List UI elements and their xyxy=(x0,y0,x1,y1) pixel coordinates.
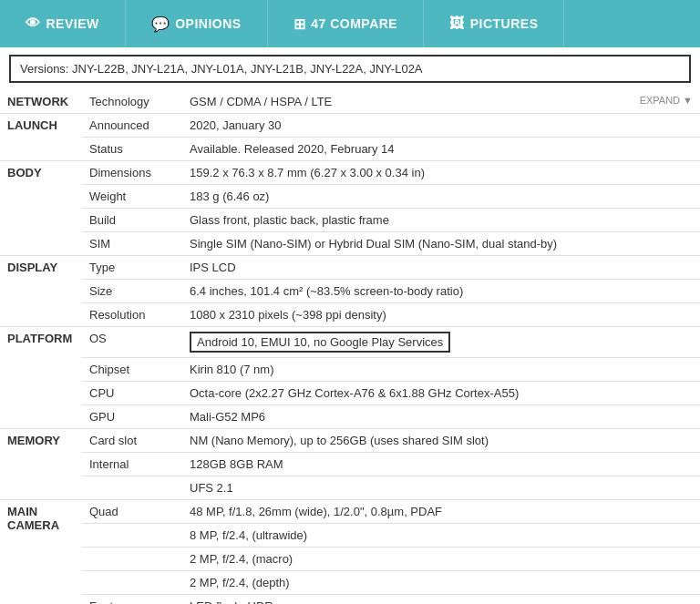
table-row: NETWORK Technology GSM / CDMA / HSPA / L… xyxy=(0,90,700,114)
table-row: SIM Single SIM (Nano-SIM) or Hybrid Dual… xyxy=(0,232,700,256)
nav-compare[interactable]: ⊞ 47 COMPARE xyxy=(268,0,424,47)
label-status: Status xyxy=(82,138,182,161)
category-launch: LAUNCH xyxy=(0,114,82,161)
label-quad: Quad xyxy=(82,500,182,524)
value-features: LED flash, HDR, panorama xyxy=(182,595,700,605)
nav-opinions[interactable]: 💬 OPINIONS xyxy=(126,0,268,47)
value-weight: 183 g (6.46 oz) xyxy=(182,185,700,209)
value-announced: 2020, January 30 xyxy=(182,114,700,138)
label-sim: SIM xyxy=(82,232,182,256)
value-dimensions: 159.2 x 76.3 x 8.7 mm (6.27 x 3.00 x 0.3… xyxy=(182,161,700,185)
table-row: MAIN CAMERA Quad 48 MP, f/1.8, 26mm (wid… xyxy=(0,500,700,524)
table-row: CPU Octa-core (2x2.27 GHz Cortex-A76 & 6… xyxy=(0,382,700,405)
label-cardslot: Card slot xyxy=(82,429,182,453)
label-size: Size xyxy=(82,280,182,303)
opinions-icon: 💬 xyxy=(151,15,170,33)
category-network: NETWORK xyxy=(0,90,82,114)
label-cpu: CPU xyxy=(82,382,182,405)
category-main-camera: MAIN CAMERA xyxy=(0,500,82,605)
value-resolution: 1080 x 2310 pixels (~398 ppi density) xyxy=(182,303,700,327)
label-ufs xyxy=(82,476,182,500)
table-row: 2 MP, f/2.4, (macro) xyxy=(0,548,700,571)
specs-table: NETWORK Technology GSM / CDMA / HSPA / L… xyxy=(0,90,700,604)
label-os: OS xyxy=(82,327,182,358)
value-cardslot: NM (Nano Memory), up to 256GB (uses shar… xyxy=(182,429,700,453)
value-quad-4: 2 MP, f/2.4, (depth) xyxy=(182,571,700,595)
expand-button[interactable]: EXPAND ▼ xyxy=(640,95,693,106)
versions-bar: Versions: JNY-L22B, JNY-L21A, JNY-L01A, … xyxy=(9,55,691,83)
table-row: UFS 2.1 xyxy=(0,476,700,500)
label-resolution: Resolution xyxy=(82,303,182,327)
compare-icon: ⊞ xyxy=(293,15,306,33)
table-row: Build Glass front, plastic back, plastic… xyxy=(0,209,700,232)
label-internal: Internal xyxy=(82,453,182,476)
table-row: PLATFORM OS Android 10, EMUI 10, no Goog… xyxy=(0,327,700,358)
category-memory: MEMORY xyxy=(0,429,82,500)
label-gpu: GPU xyxy=(82,405,182,429)
category-platform: PLATFORM xyxy=(0,327,82,429)
review-icon: 👁 xyxy=(26,15,41,32)
value-quad-1: 48 MP, f/1.8, 26mm (wide), 1/2.0", 0.8µm… xyxy=(182,500,700,524)
value-ufs: UFS 2.1 xyxy=(182,476,700,500)
table-row: Weight 183 g (6.46 oz) xyxy=(0,185,700,209)
table-row: DISPLAY Type IPS LCD xyxy=(0,256,700,280)
nav-review[interactable]: 👁 REVIEW xyxy=(0,0,126,47)
table-row: LAUNCH Announced 2020, January 30 xyxy=(0,114,700,138)
value-build: Glass front, plastic back, plastic frame xyxy=(182,209,700,232)
label-quad-2 xyxy=(82,524,182,548)
table-row: GPU Mali-G52 MP6 xyxy=(0,405,700,429)
table-row: Internal 128GB 8GB RAM xyxy=(0,453,700,476)
nav-opinions-label: OPINIONS xyxy=(175,16,241,31)
label-dimensions: Dimensions xyxy=(82,161,182,185)
value-size: 6.4 inches, 101.4 cm² (~83.5% screen-to-… xyxy=(182,280,700,303)
label-announced: Announced xyxy=(82,114,182,138)
pictures-icon: 🖼 xyxy=(449,15,465,32)
table-row: BODY Dimensions 159.2 x 76.3 x 8.7 mm (6… xyxy=(0,161,700,185)
category-display: DISPLAY xyxy=(0,256,82,327)
nav-pictures[interactable]: 🖼 PICTURES xyxy=(424,0,564,47)
label-weight: Weight xyxy=(82,185,182,209)
label-chipset: Chipset xyxy=(82,358,182,382)
label-technology: Technology xyxy=(82,90,182,114)
table-row: Resolution 1080 x 2310 pixels (~398 ppi … xyxy=(0,303,700,327)
value-internal: 128GB 8GB RAM xyxy=(182,453,700,476)
label-build: Build xyxy=(82,209,182,232)
label-quad-4 xyxy=(82,571,182,595)
value-technology: GSM / CDMA / HSPA / LTE EXPAND ▼ xyxy=(182,90,700,114)
table-row: Size 6.4 inches, 101.4 cm² (~83.5% scree… xyxy=(0,280,700,303)
value-os: Android 10, EMUI 10, no Google Play Serv… xyxy=(182,327,700,358)
table-row: 8 MP, f/2.4, (ultrawide) xyxy=(0,524,700,548)
value-quad-2: 8 MP, f/2.4, (ultrawide) xyxy=(182,524,700,548)
label-features: Features xyxy=(82,595,182,605)
value-cpu: Octa-core (2x2.27 GHz Cortex-A76 & 6x1.8… xyxy=(182,382,700,405)
value-sim: Single SIM (Nano-SIM) or Hybrid Dual SIM… xyxy=(182,232,700,256)
table-row: Chipset Kirin 810 (7 nm) xyxy=(0,358,700,382)
value-gpu: Mali-G52 MP6 xyxy=(182,405,700,429)
nav-compare-label: 47 COMPARE xyxy=(311,16,397,31)
table-row: MEMORY Card slot NM (Nano Memory), up to… xyxy=(0,429,700,453)
value-chipset: Kirin 810 (7 nm) xyxy=(182,358,700,382)
category-body: BODY xyxy=(0,161,82,256)
versions-text: Versions: JNY-L22B, JNY-L21A, JNY-L01A, … xyxy=(20,62,423,76)
table-row: Status Available. Released 2020, Februar… xyxy=(0,138,700,161)
table-row: Features LED flash, HDR, panorama xyxy=(0,595,700,605)
value-type: IPS LCD xyxy=(182,256,700,280)
nav-review-label: REVIEW xyxy=(46,16,99,31)
os-highlight-box: Android 10, EMUI 10, no Google Play Serv… xyxy=(190,332,450,353)
value-quad-3: 2 MP, f/2.4, (macro) xyxy=(182,548,700,571)
table-row: 2 MP, f/2.4, (depth) xyxy=(0,571,700,595)
nav-pictures-label: PICTURES xyxy=(470,16,539,31)
label-type: Type xyxy=(82,256,182,280)
top-nav: 👁 REVIEW 💬 OPINIONS ⊞ 47 COMPARE 🖼 PICTU… xyxy=(0,0,700,47)
label-quad-3 xyxy=(82,548,182,571)
value-status: Available. Released 2020, February 14 xyxy=(182,138,700,161)
